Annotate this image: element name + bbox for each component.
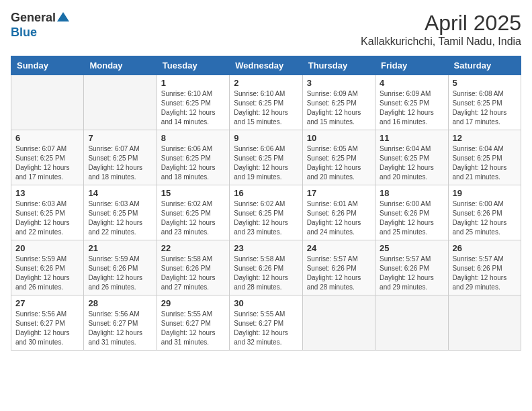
weekday-header: Monday — [84, 56, 157, 75]
day-info: Sunrise: 5:55 AM Sunset: 6:27 PM Dayligh… — [234, 310, 298, 347]
day-number: 27 — [15, 298, 79, 308]
calendar-table: SundayMondayTuesdayWednesdayThursdayFrid… — [11, 56, 521, 351]
day-info: Sunrise: 6:02 AM Sunset: 6:25 PM Dayligh… — [161, 199, 225, 237]
day-number: 20 — [15, 243, 79, 253]
day-info: Sunrise: 6:10 AM Sunset: 6:25 PM Dayligh… — [234, 89, 298, 127]
month-year: April 2025 — [361, 11, 521, 36]
day-number: 13 — [15, 188, 79, 198]
day-info: Sunrise: 5:58 AM Sunset: 6:26 PM Dayligh… — [161, 255, 225, 292]
title-block: April 2025 Kallakkurichchi, Tamil Nadu, … — [361, 11, 521, 48]
day-number: 1 — [161, 78, 225, 88]
calendar-cell: 23Sunrise: 5:58 AM Sunset: 6:26 PM Dayli… — [230, 240, 302, 295]
calendar-cell: 20Sunrise: 5:59 AM Sunset: 6:26 PM Dayli… — [11, 240, 84, 295]
calendar-cell — [375, 295, 448, 351]
day-number: 9 — [234, 133, 298, 143]
day-info: Sunrise: 5:57 AM Sunset: 6:26 PM Dayligh… — [453, 255, 517, 292]
day-number: 24 — [307, 243, 371, 253]
day-info: Sunrise: 5:59 AM Sunset: 6:26 PM Dayligh… — [88, 255, 152, 292]
day-number: 14 — [88, 188, 152, 198]
day-info: Sunrise: 6:05 AM Sunset: 6:25 PM Dayligh… — [307, 144, 371, 182]
calendar-cell: 30Sunrise: 5:55 AM Sunset: 6:27 PM Dayli… — [230, 295, 302, 351]
calendar-cell: 12Sunrise: 6:04 AM Sunset: 6:25 PM Dayli… — [448, 130, 521, 185]
day-number: 18 — [380, 188, 443, 198]
day-number: 12 — [453, 133, 517, 143]
day-info: Sunrise: 6:04 AM Sunset: 6:25 PM Dayligh… — [380, 144, 443, 182]
calendar-cell — [84, 75, 157, 130]
calendar-cell: 6Sunrise: 6:07 AM Sunset: 6:25 PM Daylig… — [11, 130, 84, 185]
day-number: 23 — [234, 243, 298, 253]
day-number: 3 — [307, 78, 371, 88]
calendar-cell: 2Sunrise: 6:10 AM Sunset: 6:25 PM Daylig… — [230, 75, 302, 130]
day-number: 10 — [307, 133, 371, 143]
calendar-cell: 5Sunrise: 6:08 AM Sunset: 6:25 PM Daylig… — [448, 75, 521, 130]
calendar-cell: 29Sunrise: 5:55 AM Sunset: 6:27 PM Dayli… — [157, 295, 229, 351]
calendar-cell: 11Sunrise: 6:04 AM Sunset: 6:25 PM Dayli… — [375, 130, 448, 185]
day-number: 19 — [453, 188, 517, 198]
day-number: 28 — [88, 298, 152, 308]
calendar-cell: 22Sunrise: 5:58 AM Sunset: 6:26 PM Dayli… — [157, 240, 229, 295]
day-number: 21 — [88, 243, 152, 253]
weekday-header: Sunday — [11, 56, 84, 75]
weekday-header: Thursday — [302, 56, 375, 75]
logo-text: General Blue — [11, 11, 69, 40]
calendar-cell — [11, 75, 84, 130]
calendar-cell: 21Sunrise: 5:59 AM Sunset: 6:26 PM Dayli… — [84, 240, 157, 295]
day-number: 17 — [307, 188, 371, 198]
calendar-week-row: 6Sunrise: 6:07 AM Sunset: 6:25 PM Daylig… — [11, 130, 521, 185]
calendar-cell: 24Sunrise: 5:57 AM Sunset: 6:26 PM Dayli… — [302, 240, 375, 295]
calendar-cell: 3Sunrise: 6:09 AM Sunset: 6:25 PM Daylig… — [302, 75, 375, 130]
day-number: 11 — [380, 133, 443, 143]
day-info: Sunrise: 6:06 AM Sunset: 6:25 PM Dayligh… — [234, 144, 298, 182]
calendar-week-row: 20Sunrise: 5:59 AM Sunset: 6:26 PM Dayli… — [11, 240, 521, 295]
day-info: Sunrise: 5:55 AM Sunset: 6:27 PM Dayligh… — [161, 310, 225, 347]
day-number: 29 — [161, 298, 225, 308]
day-info: Sunrise: 5:58 AM Sunset: 6:26 PM Dayligh… — [234, 255, 298, 292]
logo-icon — [57, 11, 69, 23]
day-number: 8 — [161, 133, 225, 143]
day-info: Sunrise: 6:03 AM Sunset: 6:25 PM Dayligh… — [88, 199, 152, 237]
calendar-cell: 8Sunrise: 6:06 AM Sunset: 6:25 PM Daylig… — [157, 130, 229, 185]
calendar-week-row: 13Sunrise: 6:03 AM Sunset: 6:25 PM Dayli… — [11, 185, 521, 240]
day-info: Sunrise: 5:56 AM Sunset: 6:27 PM Dayligh… — [15, 310, 79, 347]
calendar-cell: 27Sunrise: 5:56 AM Sunset: 6:27 PM Dayli… — [11, 295, 84, 351]
calendar-cell — [448, 295, 521, 351]
day-info: Sunrise: 5:59 AM Sunset: 6:26 PM Dayligh… — [15, 255, 79, 292]
calendar-cell: 26Sunrise: 5:57 AM Sunset: 6:26 PM Dayli… — [448, 240, 521, 295]
weekday-header: Friday — [375, 56, 448, 75]
day-info: Sunrise: 6:01 AM Sunset: 6:26 PM Dayligh… — [307, 199, 371, 237]
day-info: Sunrise: 6:08 AM Sunset: 6:25 PM Dayligh… — [453, 89, 517, 127]
weekday-header: Wednesday — [230, 56, 302, 75]
calendar-cell: 17Sunrise: 6:01 AM Sunset: 6:26 PM Dayli… — [302, 185, 375, 240]
calendar-cell: 9Sunrise: 6:06 AM Sunset: 6:25 PM Daylig… — [230, 130, 302, 185]
page-header: General Blue April 2025 Kallakkurichchi,… — [11, 11, 521, 48]
calendar-cell: 1Sunrise: 6:10 AM Sunset: 6:25 PM Daylig… — [157, 75, 229, 130]
logo-general: General — [11, 11, 69, 26]
day-number: 30 — [234, 298, 298, 308]
day-info: Sunrise: 6:09 AM Sunset: 6:25 PM Dayligh… — [307, 89, 371, 127]
calendar-cell: 4Sunrise: 6:09 AM Sunset: 6:25 PM Daylig… — [375, 75, 448, 130]
day-number: 2 — [234, 78, 298, 88]
day-number: 22 — [161, 243, 225, 253]
calendar-cell: 14Sunrise: 6:03 AM Sunset: 6:25 PM Dayli… — [84, 185, 157, 240]
day-number: 6 — [15, 133, 79, 143]
calendar-cell — [302, 295, 375, 351]
calendar-header-row: SundayMondayTuesdayWednesdayThursdayFrid… — [11, 56, 521, 75]
day-number: 15 — [161, 188, 225, 198]
calendar-week-row: 27Sunrise: 5:56 AM Sunset: 6:27 PM Dayli… — [11, 295, 521, 351]
calendar-cell: 18Sunrise: 6:00 AM Sunset: 6:26 PM Dayli… — [375, 185, 448, 240]
svg-marker-0 — [57, 12, 69, 21]
calendar-cell: 7Sunrise: 6:07 AM Sunset: 6:25 PM Daylig… — [84, 130, 157, 185]
calendar-cell: 19Sunrise: 6:00 AM Sunset: 6:26 PM Dayli… — [448, 185, 521, 240]
day-info: Sunrise: 5:56 AM Sunset: 6:27 PM Dayligh… — [88, 310, 152, 347]
calendar-cell: 28Sunrise: 5:56 AM Sunset: 6:27 PM Dayli… — [84, 295, 157, 351]
weekday-header: Tuesday — [157, 56, 229, 75]
day-info: Sunrise: 6:02 AM Sunset: 6:25 PM Dayligh… — [234, 199, 298, 237]
calendar-cell: 13Sunrise: 6:03 AM Sunset: 6:25 PM Dayli… — [11, 185, 84, 240]
day-number: 26 — [453, 243, 517, 253]
day-info: Sunrise: 6:10 AM Sunset: 6:25 PM Dayligh… — [161, 89, 225, 127]
day-info: Sunrise: 6:06 AM Sunset: 6:25 PM Dayligh… — [161, 144, 225, 182]
day-info: Sunrise: 6:03 AM Sunset: 6:25 PM Dayligh… — [15, 199, 79, 237]
calendar-cell: 25Sunrise: 5:57 AM Sunset: 6:26 PM Dayli… — [375, 240, 448, 295]
day-info: Sunrise: 6:07 AM Sunset: 6:25 PM Dayligh… — [88, 144, 152, 182]
calendar-week-row: 1Sunrise: 6:10 AM Sunset: 6:25 PM Daylig… — [11, 75, 521, 130]
